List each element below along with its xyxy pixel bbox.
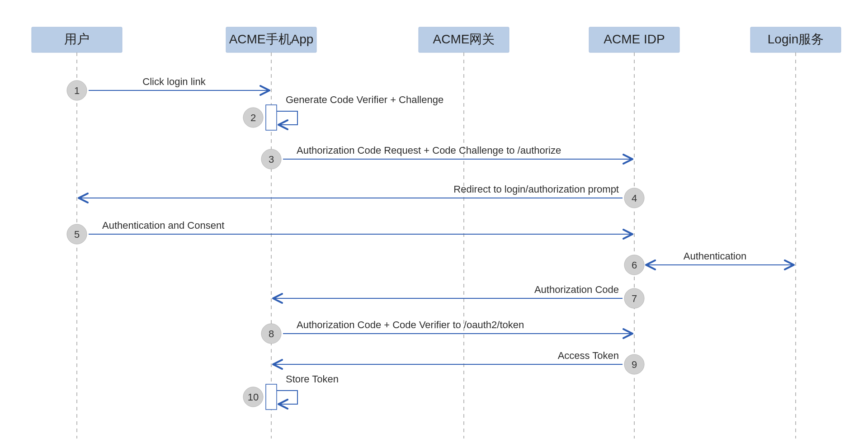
- step-number-9: 9: [632, 359, 637, 370]
- actor-label-gw: ACME网关: [433, 32, 495, 46]
- message-label-10: Store Token: [286, 373, 339, 385]
- actor-label-login: Login服务: [768, 32, 824, 46]
- message-label-6: Authentication: [684, 250, 746, 262]
- message-label-5: Authentication and Consent: [102, 220, 224, 231]
- self-activation-2: [266, 105, 277, 130]
- message-label-1: Click login link: [142, 76, 206, 87]
- step-number-4: 4: [632, 193, 637, 204]
- actor-label-user: 用户: [64, 32, 90, 46]
- message-label-4: Redirect to login/authorization prompt: [453, 184, 619, 195]
- step-number-5: 5: [74, 229, 80, 240]
- step-number-7: 7: [632, 293, 637, 304]
- actor-label-idp: ACME IDP: [604, 32, 665, 46]
- step-number-6: 6: [632, 259, 637, 271]
- self-activation-10: [266, 384, 277, 410]
- step-number-8: 8: [269, 328, 274, 339]
- message-label-8: Authorization Code + Code Verifier to /o…: [297, 319, 524, 330]
- sequence-diagram: 用户ACME手机AppACME网关ACME IDPLogin服务Click lo…: [0, 0, 868, 443]
- message-label-7: Authorization Code: [534, 284, 619, 295]
- self-message-10: [277, 391, 297, 404]
- step-number-3: 3: [269, 154, 274, 165]
- step-number-1: 1: [74, 85, 80, 96]
- message-label-9: Access Token: [558, 350, 619, 361]
- self-message-2: [277, 111, 297, 125]
- step-number-10: 10: [248, 391, 259, 403]
- message-label-2: Generate Code Verifier + Challenge: [286, 94, 443, 105]
- step-number-2: 2: [250, 112, 256, 123]
- diagram-svg: 用户ACME手机AppACME网关ACME IDPLogin服务Click lo…: [0, 0, 868, 443]
- message-label-3: Authorization Code Request + Code Challe…: [297, 145, 561, 156]
- actor-label-app: ACME手机App: [229, 32, 314, 46]
